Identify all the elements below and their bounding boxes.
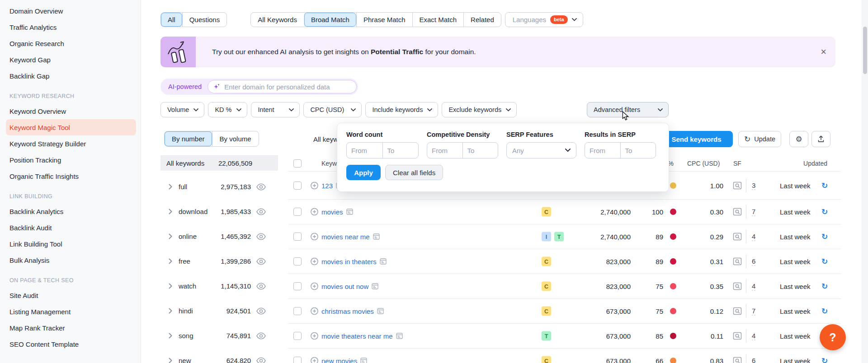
sf-count[interactable]: 7 bbox=[752, 307, 755, 316]
word-count-from-input[interactable] bbox=[347, 143, 382, 158]
sidebar-item-link-building-tool[interactable]: Link Building Tool bbox=[0, 236, 141, 252]
serp-features-icon[interactable] bbox=[380, 258, 387, 265]
tab-all-keywords[interactable]: All Keywords bbox=[251, 13, 304, 27]
sidebar-item-backlink-audit[interactable]: Backlink Audit bbox=[0, 219, 141, 236]
column-header-sf[interactable]: SF bbox=[733, 160, 741, 167]
keyword-link[interactable]: movies near me bbox=[321, 233, 370, 241]
tab-related[interactable]: Related bbox=[463, 13, 501, 27]
clear-all-fields-button[interactable]: Clear all fields bbox=[385, 165, 443, 180]
add-keyword-icon[interactable] bbox=[311, 208, 318, 216]
chevron-right-icon[interactable] bbox=[169, 308, 175, 314]
tab-all[interactable]: All bbox=[161, 13, 182, 27]
sidebar-item-backlink-gap[interactable]: Backlink Gap bbox=[0, 68, 141, 84]
sf-count[interactable]: 4 bbox=[752, 282, 755, 291]
filter-volume[interactable]: Volume bbox=[160, 102, 204, 117]
send-keywords-button[interactable]: Send keywords bbox=[660, 131, 733, 147]
export-button[interactable] bbox=[811, 131, 830, 147]
tab-phrase-match[interactable]: Phrase Match bbox=[356, 13, 412, 27]
settings-button[interactable]: ⚙ bbox=[789, 131, 808, 147]
sidebar-item-listing-management[interactable]: Listing Management bbox=[0, 303, 141, 320]
serp-features-icon[interactable] bbox=[373, 233, 380, 240]
filter-include-keywords[interactable]: Include keywords bbox=[365, 102, 438, 117]
refresh-icon[interactable]: ↻ bbox=[821, 282, 828, 291]
tab-exact-match[interactable]: Exact Match bbox=[412, 13, 464, 27]
toggle-by-number[interactable]: By number bbox=[165, 131, 212, 146]
word-count-to-input[interactable] bbox=[382, 143, 419, 158]
serp-features-icon[interactable] bbox=[396, 333, 403, 340]
keyword-link[interactable]: new movies bbox=[321, 357, 357, 363]
languages-dropdown[interactable]: Languages beta bbox=[505, 12, 583, 27]
keyword-link[interactable]: christmas movies bbox=[321, 307, 374, 315]
filter-kd[interactable]: KD % bbox=[208, 102, 247, 117]
sidebar-item-traffic-analytics[interactable]: Traffic Analytics bbox=[0, 19, 141, 35]
sf-count[interactable]: 3 bbox=[752, 181, 755, 190]
tab-broad-match[interactable]: Broad Match bbox=[304, 13, 356, 27]
eye-icon[interactable] bbox=[256, 233, 266, 240]
analyze-serp-icon[interactable] bbox=[733, 332, 742, 340]
eye-icon[interactable] bbox=[256, 208, 266, 215]
apply-button[interactable]: Apply bbox=[346, 165, 381, 180]
serp-features-icon[interactable] bbox=[360, 358, 367, 363]
serp-features-select[interactable]: Any bbox=[506, 142, 576, 158]
row-checkbox[interactable] bbox=[293, 357, 302, 363]
sidebar-item-organic-traffic-insights[interactable]: Organic Traffic Insights bbox=[0, 168, 141, 184]
keyword-group-row[interactable]: download 1,985,433 bbox=[160, 199, 278, 224]
chevron-right-icon[interactable] bbox=[169, 358, 175, 363]
row-checkbox[interactable] bbox=[293, 307, 302, 315]
tab-questions[interactable]: Questions bbox=[182, 13, 227, 27]
sf-count[interactable]: 7 bbox=[752, 208, 755, 216]
analyze-serp-icon[interactable] bbox=[733, 307, 742, 316]
keyword-link[interactable]: movies out now bbox=[321, 283, 368, 290]
chevron-right-icon[interactable] bbox=[169, 209, 175, 214]
refresh-icon[interactable]: ↻ bbox=[821, 181, 828, 190]
sidebar-item-keyword-magic-tool[interactable]: Keyword Magic Tool bbox=[6, 119, 136, 135]
analyze-serp-icon[interactable] bbox=[733, 357, 742, 363]
add-keyword-icon[interactable] bbox=[311, 307, 318, 315]
eye-icon[interactable] bbox=[256, 357, 266, 363]
select-all-checkbox[interactable] bbox=[293, 159, 302, 168]
sidebar-item-backlink-analytics[interactable]: Backlink Analytics bbox=[0, 203, 141, 219]
filter-advanced[interactable]: Advanced filters bbox=[587, 102, 669, 117]
eye-icon[interactable] bbox=[256, 258, 266, 265]
add-keyword-icon[interactable] bbox=[311, 357, 318, 363]
keyword-group-row[interactable]: hindi 924,501 bbox=[160, 298, 278, 323]
sf-count[interactable]: 4 bbox=[752, 233, 755, 241]
sidebar-item-organic-research[interactable]: Organic Research bbox=[0, 35, 141, 51]
sidebar-item-keyword-overview[interactable]: Keyword Overview bbox=[0, 103, 141, 119]
eye-icon[interactable] bbox=[256, 307, 266, 315]
sidebar-item-position-tracking[interactable]: Position Tracking bbox=[0, 152, 141, 168]
analyze-serp-icon[interactable] bbox=[733, 233, 742, 241]
row-checkbox[interactable] bbox=[293, 257, 302, 265]
filter-intent[interactable]: Intent bbox=[251, 102, 300, 117]
sidebar-item-domain-overview[interactable]: Domain Overview bbox=[0, 3, 141, 19]
row-checkbox[interactable] bbox=[293, 332, 302, 340]
refresh-icon[interactable]: ↻ bbox=[821, 232, 828, 241]
keyword-link[interactable]: movie theaters near me bbox=[321, 332, 393, 340]
domain-input[interactable] bbox=[224, 83, 351, 91]
serp-features-icon[interactable] bbox=[372, 283, 378, 290]
sidebar-item-seo-content-template[interactable]: SEO Content Template bbox=[0, 336, 141, 352]
competitive-density-to-input[interactable] bbox=[462, 143, 498, 158]
add-keyword-icon[interactable] bbox=[311, 182, 318, 189]
chevron-right-icon[interactable] bbox=[169, 283, 175, 289]
update-button[interactable]: ↻ Update bbox=[738, 131, 781, 147]
sf-count[interactable]: 6 bbox=[752, 357, 755, 363]
chevron-right-icon[interactable] bbox=[169, 184, 175, 190]
analyze-serp-icon[interactable] bbox=[733, 282, 742, 291]
all-keywords-group-row[interactable]: All keywords 22,056,509 bbox=[160, 155, 278, 171]
serp-features-icon[interactable] bbox=[377, 308, 384, 315]
keyword-group-row[interactable]: free 1,399,286 bbox=[160, 249, 278, 274]
refresh-icon[interactable]: ↻ bbox=[821, 356, 828, 363]
add-keyword-icon[interactable] bbox=[311, 258, 318, 265]
sf-count[interactable]: 4 bbox=[752, 332, 755, 340]
keyword-group-row[interactable]: song 745,891 bbox=[160, 323, 278, 348]
scrollbar-thumb[interactable] bbox=[863, 27, 867, 74]
serp-features-icon[interactable] bbox=[346, 209, 353, 215]
chevron-right-icon[interactable] bbox=[169, 233, 175, 239]
competitive-density-from-input[interactable] bbox=[427, 143, 462, 158]
column-header-updated[interactable]: Updated bbox=[782, 160, 827, 167]
eye-icon[interactable] bbox=[256, 283, 266, 290]
add-keyword-icon[interactable] bbox=[311, 233, 318, 241]
filter-cpc[interactable]: CPC (USD) bbox=[303, 102, 362, 117]
toggle-by-volume[interactable]: By volume bbox=[212, 131, 259, 146]
